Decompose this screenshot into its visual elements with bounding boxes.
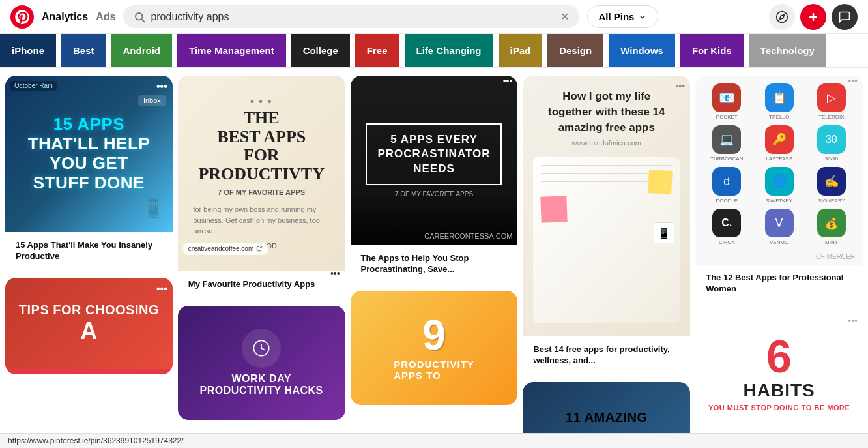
pin-9-apps[interactable]: 9 PRODUCTIVITYAPPS TO bbox=[351, 291, 518, 405]
column-5: 📧 POCKET 📋 TRELLO ▷ TELEROIX 💻 TURBOSCAN… bbox=[695, 76, 863, 440]
explore-button[interactable] bbox=[769, 4, 795, 30]
category-pill-technology[interactable]: Technology bbox=[749, 34, 826, 68]
column-2: ● ● ● THEBEST APPSFORPRODUCTIVTY 7 OF MY… bbox=[178, 76, 345, 440]
chevron-down-icon bbox=[638, 12, 647, 22]
add-button[interactable] bbox=[800, 4, 826, 30]
category-pill-best[interactable]: Best bbox=[61, 34, 106, 68]
pin-workday-hacks[interactable]: WORK DAYPRODUCTIVITY HACKS bbox=[178, 306, 345, 420]
category-bar: iPhoneBestAndroidTime ManagementCollegeF… bbox=[0, 34, 868, 68]
column-3: 5 APPS EVERYPROCRASTINATORNEEDS 7 OF MY … bbox=[351, 76, 518, 440]
category-pill-college[interactable]: College bbox=[291, 34, 350, 68]
search-bar: ✕ bbox=[123, 5, 579, 28]
pin-caption-5: The Apps to Help You Stop Procrastinatin… bbox=[356, 249, 513, 280]
masonry-grid: October Rain Inbox 15 APPSTHAT'LL HELPYO… bbox=[0, 68, 868, 448]
search-input[interactable] bbox=[151, 11, 555, 23]
svg-marker-4 bbox=[779, 14, 784, 19]
pin-caption: 15 Apps That'll Make You Insanely Produc… bbox=[10, 236, 167, 267]
category-pill-android[interactable]: Android bbox=[111, 34, 173, 68]
pin-caption-3: My Favourite Productivity Apps bbox=[183, 275, 340, 295]
pin-caption-7: Best 14 free apps for productivity, well… bbox=[528, 340, 685, 372]
pin-more-2[interactable]: ••• bbox=[156, 283, 167, 295]
svg-line-2 bbox=[142, 19, 145, 22]
category-pill-iphone[interactable]: iPhone bbox=[0, 34, 56, 68]
svg-point-3 bbox=[777, 11, 788, 22]
pin-procrastinator[interactable]: 5 APPS EVERYPROCRASTINATORNEEDS 7 OF MY … bbox=[351, 76, 518, 286]
url-bar: https://www.pinterest.ie/pin/36239910125… bbox=[0, 433, 868, 448]
url-text: https://www.pinterest.ie/pin/36239910125… bbox=[8, 436, 184, 445]
pin-caption-9: The 12 Best Apps for Professional Women bbox=[701, 269, 858, 300]
pin-14-free-apps[interactable]: How I got my lifetogether with these 14a… bbox=[523, 76, 690, 377]
category-pill-time-management[interactable]: Time Management bbox=[177, 34, 286, 68]
category-pill-windows[interactable]: Windows bbox=[609, 34, 675, 68]
filter-button[interactable]: All Pins bbox=[587, 5, 658, 28]
category-pill-ipad[interactable]: iPad bbox=[499, 34, 543, 68]
pin-best-apps[interactable]: ● ● ● THEBEST APPSFORPRODUCTIVTY 7 OF MY… bbox=[178, 76, 345, 301]
category-pill-design[interactable]: Design bbox=[547, 34, 603, 68]
category-pill-life-changing[interactable]: Life Changing bbox=[405, 34, 493, 68]
header: Analytics Ads ✕ All Pins bbox=[0, 0, 868, 34]
search-icon bbox=[134, 11, 145, 23]
messages-button[interactable] bbox=[832, 4, 858, 30]
svg-point-0 bbox=[10, 5, 34, 29]
ads-link[interactable]: Ads bbox=[96, 11, 115, 23]
column-4: How I got my lifetogether with these 14a… bbox=[523, 76, 690, 440]
column-1: October Rain Inbox 15 APPSTHAT'LL HELPYO… bbox=[5, 76, 173, 440]
category-pill-free[interactable]: Free bbox=[355, 34, 399, 68]
svg-line-7 bbox=[259, 246, 262, 250]
pin-15-apps[interactable]: October Rain Inbox 15 APPSTHAT'LL HELPYO… bbox=[5, 76, 173, 273]
pin-6-habits[interactable]: 6 HABITS YOU MUST STOP DOING TO BE MORE … bbox=[695, 310, 863, 438]
filter-label: All Pins bbox=[598, 11, 634, 22]
category-pill-for-kids[interactable]: For Kids bbox=[680, 34, 744, 68]
analytics-link[interactable]: Analytics bbox=[42, 11, 88, 23]
pin-tips-choosing[interactable]: TIPS FOR CHOOSINGA ••• bbox=[5, 278, 173, 374]
header-icons bbox=[769, 4, 858, 30]
clear-icon[interactable]: ✕ bbox=[560, 10, 569, 23]
pinterest-logo[interactable] bbox=[10, 5, 34, 29]
pin-12-best-apps[interactable]: 📧 POCKET 📋 TRELLO ▷ TELEROIX 💻 TURBOSCAN… bbox=[695, 76, 863, 305]
